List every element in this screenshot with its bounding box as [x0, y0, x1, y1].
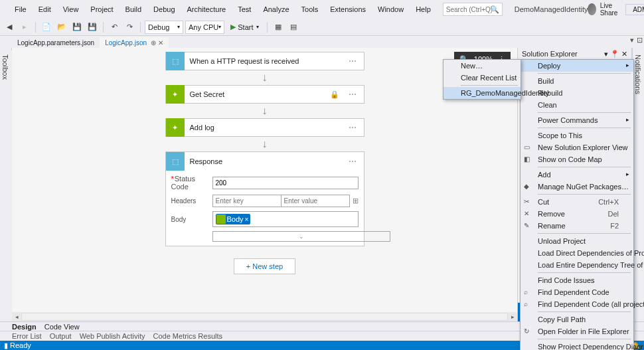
- live-share-button[interactable]: Live Share: [600, 2, 621, 17]
- ctx-scope-to-this[interactable]: Scope to This: [521, 130, 633, 141]
- response-step: ⬚ Response ⋯ *Status Code Headers: [165, 151, 364, 246]
- step-title: Get Secret: [185, 90, 330, 98]
- get-secret-step[interactable]: ✦ Get Secret 🔒 ⋯: [165, 85, 364, 104]
- menu-edit[interactable]: Edit: [33, 3, 56, 16]
- search-box[interactable]: 🔍: [443, 3, 503, 16]
- ctx-deploy[interactable]: Deploy▸: [521, 60, 633, 72]
- expand-options[interactable]: ⌄: [212, 231, 390, 242]
- status-code-input[interactable]: [212, 177, 359, 189]
- deploy-rg-item[interactable]: RG_DemoManagedIdentity: [443, 87, 521, 99]
- deploy-clear-item[interactable]: Clear Recent List: [443, 72, 521, 84]
- ctx-unload-project[interactable]: Unload Project: [521, 235, 633, 247]
- step-menu[interactable]: ⋯: [342, 157, 364, 166]
- body-token[interactable]: Body ×: [216, 214, 251, 224]
- menu-debug[interactable]: Debug: [148, 3, 180, 16]
- step-title: Response: [185, 157, 342, 165]
- document-tab[interactable]: LogicApp.json ⊕ ✕: [100, 37, 169, 48]
- arrow-icon: ↓: [262, 138, 268, 150]
- nav-fwd-button[interactable]: ▸: [18, 21, 31, 34]
- body-label: Body: [171, 216, 210, 223]
- output-tab[interactable]: Output: [50, 332, 72, 340]
- step-menu[interactable]: ⋯: [342, 90, 364, 99]
- horizontal-scrollbar[interactable]: ◂▸: [12, 312, 517, 321]
- arrow-icon: ↓: [262, 105, 268, 117]
- menu-help[interactable]: Help: [410, 3, 436, 16]
- new-button[interactable]: 📄: [40, 21, 53, 34]
- ctx-clean[interactable]: Clean: [521, 99, 633, 111]
- ctx-cut[interactable]: ✂CutCtrl+X: [521, 196, 633, 208]
- http-icon: ⬚: [166, 52, 185, 70]
- secret-icon: ✦: [166, 85, 185, 104]
- new-step-button[interactable]: + New step: [234, 258, 295, 274]
- response-icon: ⬚: [166, 152, 185, 171]
- ctx-load-direct-dependencies-of-project[interactable]: Load Direct Dependencies of Project: [521, 247, 633, 259]
- pin-icon[interactable]: 📍: [610, 50, 619, 58]
- admin-badge[interactable]: ADMIN: [625, 4, 644, 15]
- ctx-open-folder-in-file-explorer[interactable]: ↻Open Folder in File Explorer: [521, 325, 633, 337]
- save-button[interactable]: 💾: [70, 21, 84, 34]
- menu-file[interactable]: File: [9, 3, 32, 16]
- body-input[interactable]: Body ×: [212, 211, 359, 227]
- platform-combo[interactable]: Any CPU▾: [185, 21, 224, 34]
- deploy-submenu: New… Clear Recent List RG_DemoManagedIde…: [443, 59, 521, 100]
- rail-tab-toolbox[interactable]: Toolbox: [0, 50, 11, 321]
- ctx-new-solution-explorer-view[interactable]: ▭New Solution Explorer View: [521, 141, 633, 153]
- ctx-find-dependent-code[interactable]: ⌕Find Dependent Code: [521, 286, 633, 298]
- menu-test[interactable]: Test: [232, 3, 256, 16]
- avatar-icon[interactable]: [588, 3, 596, 15]
- deploy-new-item[interactable]: New…: [443, 60, 521, 72]
- config-combo[interactable]: Debug▾: [145, 21, 183, 34]
- nav-back-button[interactable]: ◀: [3, 21, 16, 34]
- view-tab[interactable]: Code View: [44, 323, 80, 331]
- add-log-step[interactable]: ✦ Add log ⋯: [165, 118, 364, 137]
- output-tab[interactable]: Code Metrics Results: [153, 332, 223, 340]
- ctx-find-dependent-code-all-projects-[interactable]: ⌕Find Dependent Code (all projects): [521, 298, 633, 310]
- tb-extra1[interactable]: ▦: [272, 21, 285, 34]
- menu-view[interactable]: View: [58, 3, 84, 16]
- header-key-input[interactable]: [212, 195, 281, 207]
- ctx-find-code-issues[interactable]: Find Code Issues: [521, 274, 633, 286]
- step-menu[interactable]: ⋯: [342, 56, 364, 66]
- menu-build[interactable]: Build: [120, 3, 147, 16]
- headers-label: Headers: [171, 197, 210, 205]
- rail-tab-notifications[interactable]: Notifications: [633, 50, 643, 321]
- ctx-power-commands[interactable]: Power Commands▸: [521, 114, 633, 126]
- ctx-manage-nuget-packages-[interactable]: ◆Manage NuGet Packages…: [521, 181, 633, 193]
- tab-close-icon[interactable]: ⊕ ✕: [151, 39, 163, 46]
- step-menu[interactable]: ⋯: [342, 123, 364, 132]
- menu-window[interactable]: Window: [372, 3, 409, 16]
- ctx-show-on-code-map[interactable]: ◧Show on Code Map: [521, 153, 633, 165]
- view-tab[interactable]: Design: [12, 323, 37, 331]
- save-all-button[interactable]: 💾: [86, 21, 99, 34]
- trigger-step[interactable]: ⬚ When a HTTP request is received ⋯: [165, 52, 364, 70]
- redo-button[interactable]: ↷: [123, 21, 136, 34]
- start-button[interactable]: ▶Start▾: [226, 21, 263, 34]
- output-tab[interactable]: Web Publish Activity: [80, 332, 145, 340]
- left-rail: ToolboxCloud Explorer: [0, 48, 12, 321]
- solution-name-label: DemoManagedIdentity: [515, 5, 588, 13]
- menu-analyze[interactable]: Analyze: [258, 3, 294, 16]
- document-tab[interactable]: LogicApp.parameters.json: [12, 37, 100, 48]
- menu-project[interactable]: Project: [85, 3, 118, 16]
- menu-extensions[interactable]: Extensions: [325, 3, 371, 16]
- output-tab[interactable]: Error List: [12, 332, 42, 340]
- ctx-show-project-dependency-diagram[interactable]: Show Project Dependency Diagram: [521, 341, 633, 350]
- ctx-build[interactable]: Build: [521, 75, 633, 87]
- ctx-add[interactable]: Add▸: [521, 169, 633, 181]
- ctx-copy-full-path[interactable]: Copy Full Path: [521, 313, 633, 325]
- status-code-label: *Status Code: [171, 175, 210, 191]
- tabs-dropdown[interactable]: ▾: [630, 36, 634, 44]
- ctx-remove[interactable]: ✕RemoveDel: [521, 208, 633, 220]
- se-close-icon[interactable]: ✕: [621, 50, 627, 58]
- ctx-rename[interactable]: ✎RenameF2: [521, 220, 633, 232]
- tb-extra2[interactable]: ▤: [287, 21, 300, 34]
- undo-button[interactable]: ↶: [108, 21, 121, 34]
- menu-tools[interactable]: Tools: [296, 3, 324, 16]
- open-button[interactable]: 📂: [55, 21, 68, 34]
- solution-explorer-toggle[interactable]: ⊡: [637, 36, 643, 44]
- menu-architecture[interactable]: Architecture: [182, 3, 232, 16]
- header-value-input[interactable]: [281, 195, 350, 207]
- ctx-load-entire-dependency-tree-of-project[interactable]: Load Entire Dependency Tree of Project: [521, 259, 633, 271]
- se-dropdown-icon[interactable]: ▾: [604, 50, 608, 58]
- headers-switch-icon[interactable]: ⊞: [353, 197, 359, 205]
